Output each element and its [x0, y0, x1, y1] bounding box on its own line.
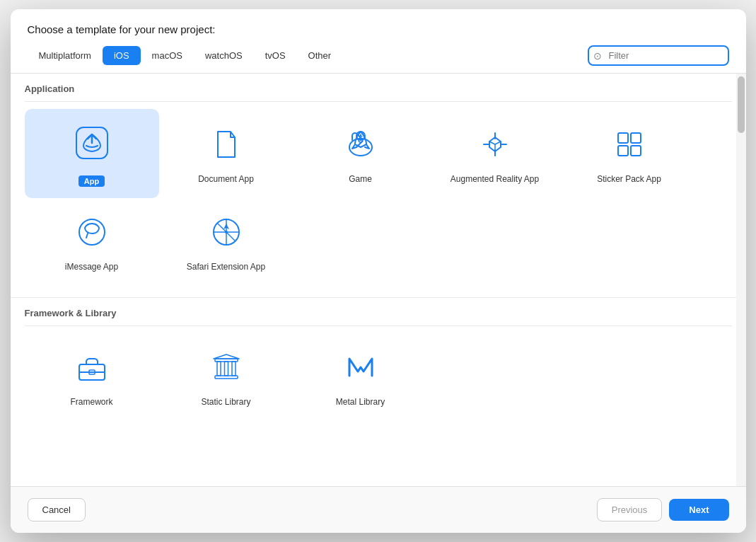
tabs-and-filter-row: Multiplatform iOS macOS watchOS tvOS Oth…: [28, 45, 729, 66]
augmented-reality-icon: [472, 122, 518, 167]
app-badge: App: [78, 175, 105, 187]
template-safari-extension-app[interactable]: Safari Extension App: [159, 198, 293, 284]
svg-rect-25: [224, 362, 228, 376]
svg-line-5: [489, 142, 495, 144]
filter-icon: ⊙: [593, 50, 602, 62]
template-metal-library[interactable]: Metal Library: [293, 333, 428, 420]
application-section-title: Application: [25, 74, 732, 102]
imessage-app-icon: [69, 209, 115, 255]
framework-library-section: Framework & Library Framework: [11, 297, 746, 429]
tab-watchos[interactable]: watchOS: [194, 46, 254, 65]
metal-library-icon: [338, 345, 383, 390]
template-game[interactable]: Game: [293, 109, 428, 198]
game-icon: [338, 122, 383, 167]
framework-library-section-title: Framework & Library: [25, 298, 732, 326]
dialog-title: Choose a template for your new project:: [28, 23, 729, 35]
metal-library-label: Metal Library: [336, 397, 385, 408]
svg-rect-26: [232, 362, 235, 376]
template-framework[interactable]: Framework: [25, 333, 159, 420]
tab-other[interactable]: Other: [297, 46, 343, 65]
framework-label: Framework: [70, 397, 112, 408]
filter-input[interactable]: [588, 45, 729, 66]
sticker-pack-icon: [607, 122, 652, 167]
augmented-reality-app-label: Augmented Reality App: [450, 174, 539, 185]
svg-rect-24: [217, 362, 221, 376]
svg-point-17: [225, 231, 228, 233]
tab-macos[interactable]: macOS: [141, 46, 194, 65]
document-app-icon: [204, 122, 249, 167]
next-button[interactable]: Next: [669, 499, 728, 521]
platform-tabs: Multiplatform iOS macOS watchOS tvOS Oth…: [28, 46, 343, 65]
svg-rect-9: [631, 133, 641, 143]
game-label: Game: [349, 174, 372, 185]
svg-rect-8: [618, 133, 628, 143]
document-app-label: Document App: [198, 174, 254, 185]
static-library-label: Static Library: [201, 397, 250, 408]
footer-right: Previous Next: [597, 498, 729, 521]
static-library-icon: [204, 345, 249, 390]
framework-library-grid: Framework: [25, 333, 732, 429]
previous-button[interactable]: Previous: [597, 498, 663, 521]
template-sticker-pack-app[interactable]: Sticker Pack App: [562, 109, 697, 198]
scrollbar-thumb[interactable]: [738, 76, 745, 133]
tab-multiplatform[interactable]: Multiplatform: [28, 46, 103, 65]
tab-tvos[interactable]: tvOS: [254, 46, 297, 65]
template-augmented-reality-app[interactable]: Augmented Reality App: [428, 109, 562, 198]
application-grid: App Document App: [25, 109, 732, 294]
dialog-body: Application App: [11, 74, 746, 486]
template-document-app[interactable]: Document App: [159, 109, 293, 198]
application-section: Application App: [11, 74, 746, 294]
cancel-button[interactable]: Cancel: [28, 498, 86, 521]
filter-input-wrap: ⊙: [588, 45, 729, 66]
template-app[interactable]: App: [25, 109, 159, 198]
tab-ios[interactable]: iOS: [103, 46, 141, 65]
imessage-app-label: iMessage App: [65, 262, 118, 273]
svg-line-6: [495, 142, 501, 144]
sticker-pack-app-label: Sticker Pack App: [597, 174, 661, 185]
new-project-dialog: Choose a template for your new project: …: [11, 9, 746, 533]
dialog-footer: Cancel Previous Next: [11, 486, 746, 533]
app-icon: [69, 120, 115, 166]
template-static-library[interactable]: Static Library: [159, 333, 293, 420]
svg-rect-10: [618, 146, 628, 156]
scrollbar-track[interactable]: [736, 74, 746, 486]
safari-extension-icon: [204, 209, 249, 255]
safari-extension-app-label: Safari Extension App: [187, 262, 265, 273]
svg-rect-11: [631, 146, 641, 156]
framework-icon: [69, 345, 115, 390]
template-imessage-app[interactable]: iMessage App: [25, 198, 159, 284]
dialog-header: Choose a template for your new project: …: [11, 9, 746, 74]
